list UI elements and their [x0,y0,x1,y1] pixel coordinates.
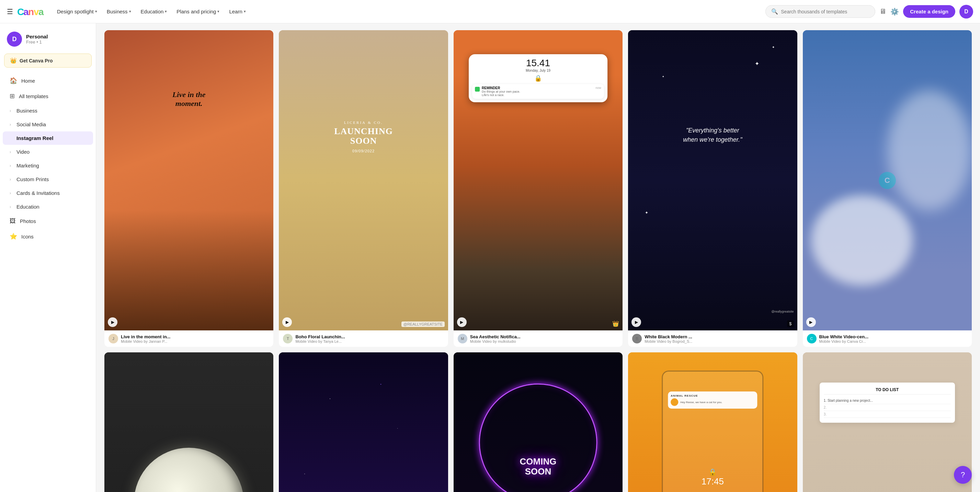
sidebar-item-video[interactable]: › Video [3,145,93,159]
template-card-white-black-modern[interactable]: ✦ ✦ ✦ ✦ "Everything's betterwhen we're t… [628,30,797,347]
sidebar-item-custom-prints[interactable]: › Custom Prints [3,173,93,186]
sidebar-item-social-media[interactable]: › Social Media [3,118,93,131]
card-title: Boho Floral Launchin... [295,334,444,339]
chevron-down-icon: ▾ [244,9,246,14]
template-grid: Live in themoment. ▶ J Live in the momen… [104,30,972,492]
template-card-live-moment[interactable]: Live in themoment. ▶ J Live in the momen… [104,30,273,347]
sidebar-item-label: Icons [21,234,33,240]
nav-business[interactable]: Business ▾ [103,6,135,17]
canva-logo[interactable]: C a n v a [17,6,45,17]
create-design-button[interactable]: Create a design [903,5,955,18]
question-mark-icon: ? [961,470,965,479]
template-card-to-do-list[interactable]: TO DO LIST 1. Start planning a new proje… [803,352,972,492]
sidebar-item-home[interactable]: 🏠 Home [3,73,93,88]
chevron-down-icon: ▾ [217,9,220,14]
help-chat-button[interactable]: ? [954,466,972,484]
card-title: Live in the moment in... [121,334,269,339]
chevron-right-icon: › [10,205,11,209]
photos-icon: 🖼 [10,217,16,225]
sidebar-item-label: Education [16,204,40,209]
card-subtitle: Mobile Video by Bogrod_S... [644,339,793,343]
template-card-blue-white-video[interactable]: ▶ C C Blue White Video-cen... Mobile Vid… [803,30,972,347]
svg-text:a: a [38,6,44,17]
search-input[interactable] [781,9,869,14]
card-info: T Boho Floral Launchin... Mobile Video b… [279,330,448,347]
card-info: J Live in the moment in... Mobile Video … [104,330,273,347]
card-title: Blue White Video-cen... [819,334,968,339]
sidebar-item-label: Cards & Invitations [16,190,60,196]
nav-education[interactable]: Education ▾ [137,6,171,17]
icons-icon: ⭐ [10,233,17,240]
profile-info: Personal Free • 1 [26,33,48,44]
chevron-right-icon: › [10,163,11,168]
card-subtitle: Mobile Video by Jannan P... [121,339,269,343]
get-pro-label: Get Canva Pro [19,58,52,63]
card-info: M Sea Aesthetic Notifica... Mobile Video… [453,330,622,347]
template-card-coming-soon-neon[interactable]: COMINGSOON Stay Tuned ▶ C Coming Soon St… [453,352,622,492]
chevron-right-icon: › [10,191,11,195]
card-title: White Black Modern ... [644,334,793,339]
sidebar-item-label: All templates [19,93,48,99]
card-subtitle: Mobile Video by Tanya Le... [295,339,444,343]
card-subtitle: Mobile Video by Canva Cr... [819,339,968,343]
sidebar-item-business[interactable]: › Business [3,104,93,117]
sidebar-item-cards-invitations[interactable]: › Cards & Invitations [3,186,93,200]
author-avatar: B [632,334,642,343]
template-card-boho-launching[interactable]: LICERIA & CO. LAUNCHINGSOON 09/09/2022 ▶… [279,30,448,347]
sidebar-item-label: Video [16,149,30,155]
settings-icon[interactable]: ⚙️ [890,8,899,16]
template-card-space-quote[interactable]: • • • • "One step at a time.You'll get t… [279,352,448,492]
profile-name: Personal [26,33,48,40]
chevron-right-icon: › [10,177,11,182]
chevron-down-icon: ▾ [165,9,167,14]
nav-icons: 🖥 ⚙️ [880,8,899,16]
top-navigation: ☰ C a n v a Design spotlight ▾ Business … [0,0,980,23]
avatar: D [7,32,22,47]
sidebar-item-label: Custom Prints [16,176,49,182]
sidebar-item-all-templates[interactable]: ⊞ All templates [3,89,93,104]
svg-text:n: n [28,6,34,17]
template-card-sea-notifica[interactable]: 15.41 Monday, July 19 🔒 REMINDER Do thin… [453,30,622,347]
chevron-right-icon: › [10,149,11,154]
card-title: Sea Aesthetic Notifica... [470,334,619,339]
sidebar-item-education[interactable]: › Education [3,200,93,213]
search-icon: 🔍 [771,8,778,15]
main-content: Live in themoment. ▶ J Live in the momen… [96,23,980,492]
profile-section: D Personal Free • 1 [0,27,96,52]
monitor-icon[interactable]: 🖥 [880,8,886,16]
sidebar-item-label: Business [16,108,37,114]
sidebar-item-marketing[interactable]: › Marketing [3,159,93,172]
card-info: C Blue White Video-cen... Mobile Video b… [803,330,972,347]
sidebar-item-label: Photos [20,218,36,224]
nav-items: Design spotlight ▾ Business ▾ Education … [53,6,761,17]
nav-design-spotlight[interactable]: Design spotlight ▾ [53,6,101,17]
sidebar-item-label: Marketing [16,163,39,168]
chevron-down-icon: ▾ [95,9,97,14]
sidebar-item-instagram-reel[interactable]: Instagram Reel [3,132,93,145]
grid-icon: ⊞ [10,92,15,100]
main-layout: D Personal Free • 1 👑 Get Canva Pro 🏠 Ho… [0,23,980,492]
sidebar-item-label: Social Media [16,121,46,127]
card-subtitle: Mobile Video by mulkstudio [470,339,619,343]
sidebar-item-label: Instagram Reel [10,135,54,141]
profile-plan: Free • 1 [26,40,48,44]
author-avatar: M [458,334,467,343]
chevron-right-icon: › [10,108,11,113]
card-info: B White Black Modern ... Mobile Video by… [628,330,797,347]
author-avatar: C [807,334,816,343]
sidebar-item-label: Home [21,78,35,84]
hamburger-menu[interactable]: ☰ [7,8,13,16]
template-card-animal-rescue[interactable]: ANIMAL RESCUE Hey Reese, we have a cat f… [628,352,797,492]
user-avatar[interactable]: D [959,5,973,19]
get-canva-pro-button[interactable]: 👑 Get Canva Pro [4,54,92,68]
sidebar-item-photos[interactable]: 🖼 Photos [3,214,93,229]
nav-learn[interactable]: Learn ▾ [225,6,250,17]
search-bar[interactable]: 🔍 [765,5,875,18]
sidebar-item-icons[interactable]: ⭐ Icons [3,229,93,244]
template-card-moon-video[interactable]: ▶ M Moon Video Mobile Video [104,352,273,492]
chevron-right-icon: › [10,122,11,127]
home-icon: 🏠 [10,77,17,84]
nav-plans-pricing[interactable]: Plans and pricing ▾ [172,6,224,17]
author-avatar: T [283,334,293,343]
sidebar: D Personal Free • 1 👑 Get Canva Pro 🏠 Ho… [0,23,96,492]
